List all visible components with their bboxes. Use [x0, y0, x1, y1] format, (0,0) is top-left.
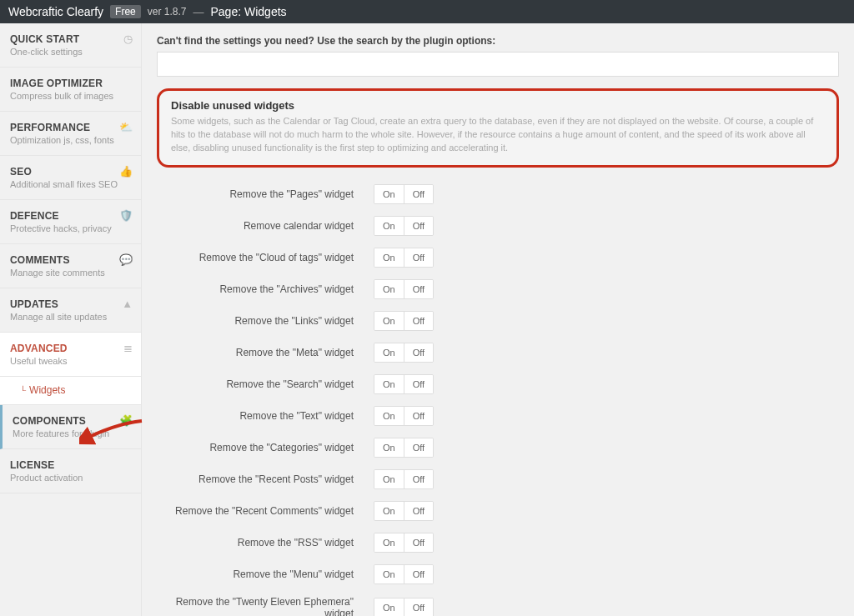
- option-label: Remove the "Meta" widget: [157, 347, 374, 358]
- toggle-on-button[interactable]: On: [374, 533, 404, 552]
- toggle-on-button[interactable]: On: [374, 598, 404, 616]
- search-input[interactable]: [157, 52, 839, 77]
- toggle-on-button[interactable]: On: [374, 248, 404, 267]
- toggle-group: OnOff: [374, 216, 434, 236]
- toggle-off-button[interactable]: Off: [404, 598, 433, 616]
- toggle-group: OnOff: [374, 564, 434, 584]
- toggle-group: OnOff: [374, 533, 434, 553]
- option-label: Remove the "Text" widget: [157, 410, 374, 422]
- option-row: Remove the "Search" widgetOnOff: [157, 374, 839, 394]
- option-label: Remove the "Recent Comments" widget: [157, 505, 374, 517]
- toggle-group: OnOff: [374, 248, 434, 268]
- toggle-group: OnOff: [374, 438, 434, 458]
- sidebar-item-label: SEO: [10, 166, 131, 178]
- sidebar-item-license[interactable]: LICENSEProduct activation: [0, 449, 141, 493]
- sidebar-item-updates[interactable]: UPDATESManage all site updates▲: [0, 288, 141, 333]
- toggle-group: OnOff: [374, 374, 434, 394]
- toggle-group: OnOff: [374, 311, 434, 331]
- toggle-on-button[interactable]: On: [374, 375, 404, 393]
- option-row: Remove calendar widgetOnOff: [157, 216, 839, 236]
- toggle-off-button[interactable]: Off: [404, 217, 433, 235]
- sidebar-item-sub: Useful tweaks: [10, 356, 131, 366]
- sidebar-subnav-widgets[interactable]: Widgets: [29, 384, 65, 396]
- option-label: Remove the "Menu" widget: [157, 568, 374, 580]
- sidebar-item-icon: ≣: [123, 342, 133, 354]
- option-row: Remove the "Twenty Eleven Ephemera" widg…: [157, 596, 839, 616]
- sidebar-item-icon: ⛅: [119, 121, 133, 133]
- toggle-on-button[interactable]: On: [374, 280, 404, 298]
- subnav-arrow-icon: └: [20, 386, 26, 395]
- sidebar-item-icon: 💬: [119, 253, 133, 266]
- sidebar-subnav: └Widgets: [0, 377, 141, 405]
- sidebar-item-defence[interactable]: DEFENCEProtective hacks, privacy🛡️: [0, 200, 141, 244]
- version-label: ver 1.8.7: [148, 6, 187, 18]
- option-label: Remove calendar widget: [157, 220, 374, 232]
- sidebar: QUICK STARTOne-click settings◷IMAGE OPTI…: [0, 23, 142, 616]
- toggle-on-button[interactable]: On: [374, 565, 404, 583]
- sidebar-item-label: DEFENCE: [10, 210, 131, 222]
- sidebar-item-icon: ◷: [123, 33, 133, 45]
- option-row: Remove the "Categories" widgetOnOff: [157, 438, 839, 458]
- toggle-off-button[interactable]: Off: [404, 343, 433, 362]
- toggle-on-button[interactable]: On: [374, 185, 404, 203]
- toggle-off-button[interactable]: Off: [404, 438, 433, 457]
- sidebar-item-label: UPDATES: [10, 298, 131, 310]
- option-label: Remove the "Recent Posts" widget: [157, 473, 374, 485]
- toggle-on-button[interactable]: On: [374, 502, 404, 520]
- sidebar-item-icon: 👍: [119, 165, 133, 178]
- toggle-off-button[interactable]: Off: [404, 407, 433, 425]
- toggle-group: OnOff: [374, 501, 434, 521]
- option-row: Remove the "Meta" widgetOnOff: [157, 343, 839, 363]
- toggle-on-button[interactable]: On: [374, 438, 404, 457]
- toggle-off-button[interactable]: Off: [404, 565, 433, 583]
- search-label: Can't find the settings you need? Use th…: [157, 35, 839, 47]
- toggle-off-button[interactable]: Off: [404, 185, 433, 203]
- toggle-off-button[interactable]: Off: [404, 312, 433, 330]
- sidebar-item-comments[interactable]: COMMENTSManage site comments💬: [0, 244, 141, 288]
- option-label: Remove the "Search" widget: [157, 378, 374, 390]
- separator: —: [193, 6, 204, 18]
- sidebar-item-icon: 🛡️: [119, 209, 133, 222]
- toggle-on-button[interactable]: On: [374, 407, 404, 425]
- option-row: Remove the "Text" widgetOnOff: [157, 406, 839, 426]
- sidebar-item-label: LICENSE: [10, 459, 131, 471]
- toggle-off-button[interactable]: Off: [404, 248, 433, 267]
- sidebar-item-label: ADVANCED: [10, 343, 131, 354]
- sidebar-item-sub: One-click settings: [10, 47, 131, 57]
- toggle-group: OnOff: [374, 406, 434, 426]
- main-content: Can't find the settings you need? Use th…: [142, 23, 854, 616]
- sidebar-item-sub: Product activation: [10, 473, 131, 483]
- option-row: Remove the "Links" widgetOnOff: [157, 311, 839, 331]
- disable-unused-widgets-panel: Disable unused widgets Some widgets, suc…: [157, 88, 839, 168]
- toggle-group: OnOff: [374, 343, 434, 363]
- sidebar-item-sub: Additional small fixes SEO: [10, 179, 131, 189]
- toggle-on-button[interactable]: On: [374, 343, 404, 362]
- option-label: Remove the "Archives" widget: [157, 283, 374, 295]
- sidebar-item-performance[interactable]: PERFORMANCEOptimization js, css, fonts⛅: [0, 112, 141, 156]
- toggle-group: OnOff: [374, 184, 434, 204]
- sidebar-item-sub: Manage site comments: [10, 268, 131, 278]
- sidebar-item-icon: ▲: [122, 298, 133, 310]
- toggle-off-button[interactable]: Off: [404, 502, 433, 520]
- option-label: Remove the "Pages" widget: [157, 188, 374, 200]
- toggle-on-button[interactable]: On: [374, 312, 404, 330]
- sidebar-item-label: COMPONENTS: [13, 415, 131, 427]
- sidebar-item-components[interactable]: COMPONENTSMore features for plugin🧩: [0, 405, 141, 449]
- plan-badge: Free: [110, 5, 141, 18]
- toggle-off-button[interactable]: Off: [404, 533, 433, 552]
- sidebar-item-quick-start[interactable]: QUICK STARTOne-click settings◷: [0, 23, 141, 68]
- brand-title: Webcraftic Clearfy: [8, 5, 103, 18]
- toggle-off-button[interactable]: Off: [404, 375, 433, 393]
- sidebar-item-advanced[interactable]: ADVANCEDUseful tweaks≣: [0, 333, 141, 377]
- option-row: Remove the "Recent Comments" widgetOnOff: [157, 501, 839, 521]
- sidebar-item-seo[interactable]: SEOAdditional small fixes SEO👍: [0, 156, 141, 200]
- option-row: Remove the "Recent Posts" widgetOnOff: [157, 469, 839, 489]
- toggle-on-button[interactable]: On: [374, 470, 404, 488]
- sidebar-item-sub: Optimization js, css, fonts: [10, 135, 131, 145]
- toggle-off-button[interactable]: Off: [404, 470, 433, 488]
- toggle-off-button[interactable]: Off: [404, 280, 433, 298]
- option-row: Remove the "Pages" widgetOnOff: [157, 184, 839, 204]
- option-label: Remove the "Cloud of tags" widget: [157, 252, 374, 263]
- sidebar-item-image-optimizer[interactable]: IMAGE OPTIMIZERCompress bulk of images: [0, 68, 141, 112]
- toggle-on-button[interactable]: On: [374, 217, 404, 235]
